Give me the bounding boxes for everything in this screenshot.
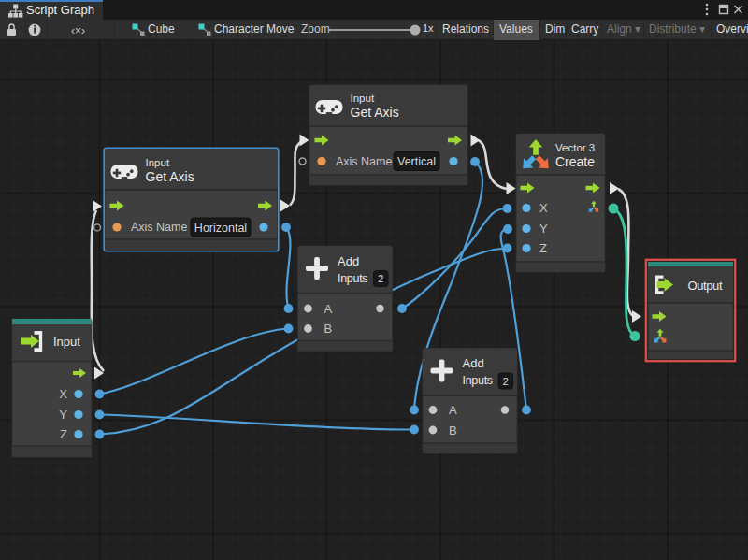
svg-text:A: A [449, 403, 457, 417]
svg-text:Inputs: Inputs [338, 272, 367, 285]
svg-text:Vector 3: Vector 3 [555, 142, 595, 153]
svg-text:Add: Add [463, 356, 484, 370]
svg-text:Vertical: Vertical [397, 155, 436, 168]
svg-text:X: X [539, 201, 548, 215]
svg-text:B: B [449, 424, 457, 438]
svg-text:Horizontal: Horizontal [194, 222, 247, 235]
svg-text:Input: Input [351, 93, 375, 104]
svg-text:Add: Add [338, 254, 359, 268]
svg-text:Y: Y [59, 408, 67, 422]
svg-text:X: X [59, 387, 67, 401]
svg-text:B: B [324, 322, 333, 336]
svg-text:Inputs: Inputs [463, 374, 493, 387]
svg-text:Output: Output [688, 279, 723, 293]
svg-text:A: A [324, 302, 333, 316]
svg-text:Create: Create [555, 154, 595, 169]
svg-text:Axis Name: Axis Name [336, 155, 392, 168]
svg-text:Input: Input [53, 335, 80, 349]
svg-text:Z: Z [60, 427, 67, 441]
svg-text:2: 2 [378, 273, 383, 284]
svg-text:‹×›: ‹×› [71, 24, 85, 37]
svg-text:Input: Input [146, 157, 170, 168]
svg-text:Z: Z [539, 241, 547, 255]
svg-text:Get Axis: Get Axis [351, 105, 399, 120]
svg-text:Y: Y [539, 222, 548, 236]
svg-text:Axis Name: Axis Name [131, 221, 187, 234]
svg-text:Get Axis: Get Axis [146, 169, 194, 184]
svg-text:2: 2 [503, 376, 509, 387]
